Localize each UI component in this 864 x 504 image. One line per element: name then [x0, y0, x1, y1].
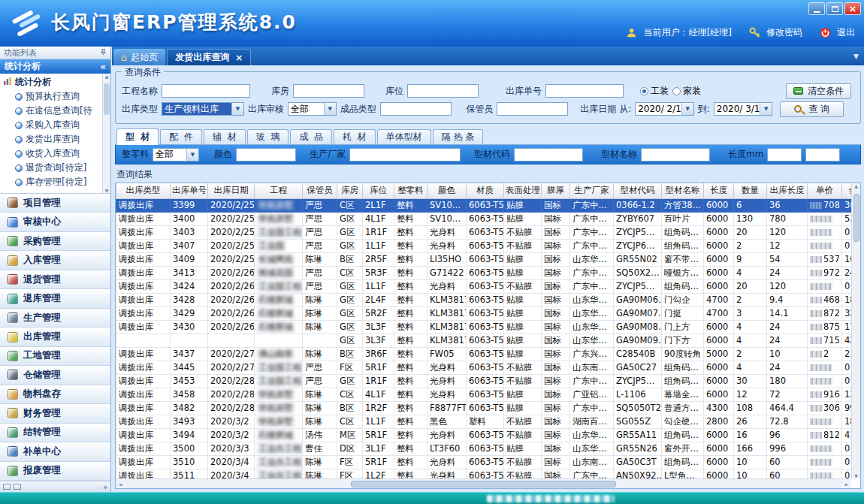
- sidebar-item[interactable]: 出库管理: [0, 327, 110, 346]
- column-header[interactable]: 金: [842, 183, 852, 198]
- sidebar-item[interactable]: 采购管理: [0, 232, 110, 251]
- column-header[interactable]: 颜色: [427, 183, 467, 198]
- radio-gongzhuang[interactable]: 工装: [640, 85, 669, 98]
- column-header[interactable]: 数量: [734, 183, 767, 198]
- sidebar-item[interactable]: 退库管理: [0, 289, 110, 308]
- material-tab[interactable]: 玻 璃: [247, 129, 289, 144]
- dropdown-icon[interactable]: ▼: [760, 103, 772, 115]
- dropdown-icon[interactable]: ▼: [231, 103, 243, 115]
- tree-item[interactable]: 预算执行查询: [3, 89, 102, 104]
- table-row[interactable]: 调拨出库34932020/3/2华苑原墅陈琳C区1L1F整料黑色塑料不贴膜国标湖…: [116, 415, 852, 428]
- column-header[interactable]: 库位: [363, 183, 394, 198]
- column-header[interactable]: 表面处理: [504, 183, 542, 198]
- column-header[interactable]: 膜厚: [542, 183, 570, 198]
- vertical-scroll-thumb[interactable]: [853, 194, 859, 242]
- horizontal-scroll-thumb[interactable]: [351, 481, 615, 487]
- length-min-input[interactable]: [767, 148, 802, 161]
- column-header[interactable]: 出库单号: [171, 183, 208, 198]
- column-header[interactable]: 材质: [467, 183, 504, 198]
- profile-code-input[interactable]: [514, 148, 583, 161]
- date-from-picker[interactable]: 2020/ 2/16 ▼: [635, 102, 694, 116]
- table-row[interactable]: 调拨出库34072020/2/25工业园严思G区1L1F整料光身料6063-T5…: [116, 239, 852, 252]
- warehouse-input[interactable]: [293, 84, 364, 98]
- column-header[interactable]: 型材名称: [662, 183, 704, 198]
- sidebar-item[interactable]: 生产管理: [0, 309, 110, 327]
- product-type-input[interactable]: [380, 102, 452, 116]
- column-header[interactable]: 长度: [704, 183, 734, 198]
- table-row[interactable]: 调拨出库34032020/2/25工业园工程严思G区1R1F整料光身料6063-…: [116, 225, 852, 239]
- table-row[interactable]: 调拨出库34002020/2/25华苑原墅严思G区4L1F整料SV10…6063…: [116, 212, 852, 225]
- sidebar-item[interactable]: 项目管理: [0, 194, 110, 213]
- column-header[interactable]: 出库长度: [767, 183, 808, 198]
- table-row[interactable]: 调拨出库34282020/2/26石楼辉城陈琳G区2L4F整料KLM381760…: [116, 293, 852, 306]
- table-row[interactable]: 调拨出库34092020/2/25长城网苑陈琳B区2R5F整料LI35HO606…: [116, 252, 852, 266]
- sidebar-item[interactable]: 仓储管理: [0, 366, 110, 385]
- length-max-input[interactable]: [805, 148, 840, 161]
- chevron-right-icon[interactable]: »: [103, 483, 107, 491]
- date-to-picker[interactable]: 2020/ 3/16 ▼: [714, 102, 773, 116]
- sidebar-section-statistics[interactable]: 统计分析 «: [0, 59, 110, 74]
- tree-item[interactable]: 退货查询[待定]: [3, 161, 102, 175]
- tree-root-statistics[interactable]: 统计分析: [3, 75, 102, 89]
- table-row[interactable]: 调拨出库34242020/2/26工业园工程严思G区1L1F整料光身料6063-…: [116, 279, 852, 293]
- material-tab[interactable]: 耗 材: [334, 129, 376, 144]
- column-header[interactable]: 出库日期: [208, 183, 255, 198]
- table-row[interactable]: 调拨出库34292020/2/26石楼辉城陈琳G区5R2F整料KLM381760…: [116, 306, 852, 320]
- scroll-right-icon[interactable]: ►: [842, 479, 851, 488]
- table-row[interactable]: 调拨出库34132020/2/26南城花园严思C区5R3F整料G71422606…: [116, 266, 852, 279]
- horizontal-scrollbar[interactable]: ◄ ►: [116, 478, 851, 488]
- keeper-input[interactable]: [497, 102, 568, 116]
- table-row[interactable]: 调拨出库34532020/2/28工业园工程严思G区1R1F整料光身料6063-…: [116, 374, 852, 388]
- color-input[interactable]: [236, 148, 296, 161]
- whole-piece-select[interactable]: 全部 ▼: [153, 148, 199, 161]
- tree-scrollbar[interactable]: ▲ ▼: [102, 74, 110, 193]
- monitor-icon[interactable]: [14, 484, 21, 490]
- table-row[interactable]: 调拨出库34942020/3/2石楼辉城汤伟M区5R1F整料光身料6063-T5…: [116, 428, 852, 442]
- clear-conditions-button[interactable]: 清空条件: [786, 83, 851, 99]
- table-row[interactable]: 调拨出库34372020/2/27佛山御景陈琳B区3R6F整料FW056063-…: [116, 347, 852, 361]
- table-row[interactable]: 调拨出库34302020/2/26石楼辉城陈琳G区3L3F整料KLM381760…: [116, 320, 852, 333]
- column-header[interactable]: 工程: [255, 183, 303, 198]
- tree-scroll-thumb[interactable]: [104, 83, 110, 115]
- sidebar-item[interactable]: 财务管理: [0, 404, 110, 423]
- scroll-up-icon[interactable]: ▲: [854, 183, 858, 189]
- out-audit-select[interactable]: 全部 ▼: [288, 102, 337, 116]
- material-tab[interactable]: 辅 材: [204, 129, 246, 144]
- sidebar-item[interactable]: 结转管理: [0, 424, 110, 442]
- dropdown-icon[interactable]: ▼: [681, 103, 693, 115]
- table-row[interactable]: 调拨出库34582020/2/28华苑原墅陈琳C区4L1F整料光身料6063-T…: [116, 388, 852, 401]
- collapse-icon[interactable]: «: [100, 62, 106, 72]
- sidebar-item[interactable]: 物料盘存: [0, 385, 110, 404]
- radio-jiazhuang[interactable]: 家装: [672, 85, 701, 98]
- table-row[interactable]: 调拨出库34452020/2/27工业园工程严思F区5R1F整料光身料6063-…: [116, 361, 852, 374]
- location-input[interactable]: [407, 84, 479, 98]
- table-row[interactable]: 调拨出库35102020/3/4工业共工程陈琳F区5R1F整料光身料6063-T…: [116, 455, 852, 469]
- column-header[interactable]: 单价: [808, 183, 842, 198]
- material-tab[interactable]: 单体型材: [377, 129, 431, 144]
- profile-name-input[interactable]: [641, 148, 710, 161]
- scroll-down-icon[interactable]: ▼: [105, 188, 109, 193]
- scroll-down-icon[interactable]: ▼: [854, 473, 858, 478]
- out-type-select[interactable]: 生产领料出库 ▼: [162, 102, 244, 116]
- table-row[interactable]: G区3L3F整料KLM38176063-T5贴膜国标山东华…GA90M09…门下…: [116, 333, 852, 347]
- sidebar-item[interactable]: 审核中心: [0, 213, 110, 231]
- close-button[interactable]: ×: [844, 2, 861, 15]
- apps-icon[interactable]: [3, 484, 11, 490]
- project-name-input[interactable]: [162, 84, 250, 98]
- table-row[interactable]: 调拨出库35112020/3/4工业共工程陈琳F区1L2F整料光身料6063-T…: [116, 469, 852, 478]
- order-no-input[interactable]: [545, 84, 624, 98]
- change-password-link[interactable]: 修改密码: [766, 26, 802, 39]
- tab-close-icon[interactable]: ×: [235, 53, 243, 63]
- manufacturer-input[interactable]: [349, 148, 461, 161]
- tree-item[interactable]: 在途信息查询[待: [3, 104, 102, 118]
- dropdown-icon[interactable]: ▼: [186, 149, 198, 161]
- maximize-button[interactable]: [826, 2, 843, 15]
- table-row[interactable]: 调拨出库35002020/3/3工业共工程曹佳D区3L1F整料LT3F60606…: [116, 442, 852, 455]
- tab-item[interactable]: 发货出库查询×: [167, 49, 251, 65]
- tree-item[interactable]: 采购入库查询: [3, 118, 102, 132]
- tab-item[interactable]: ⌂起始页: [113, 49, 165, 65]
- scroll-left-icon[interactable]: ◄: [116, 479, 125, 488]
- sidebar-item[interactable]: 补单中心: [0, 442, 110, 461]
- tree-item[interactable]: 发货出库查询: [3, 132, 102, 146]
- sidebar-item[interactable]: 工地管理: [0, 347, 110, 366]
